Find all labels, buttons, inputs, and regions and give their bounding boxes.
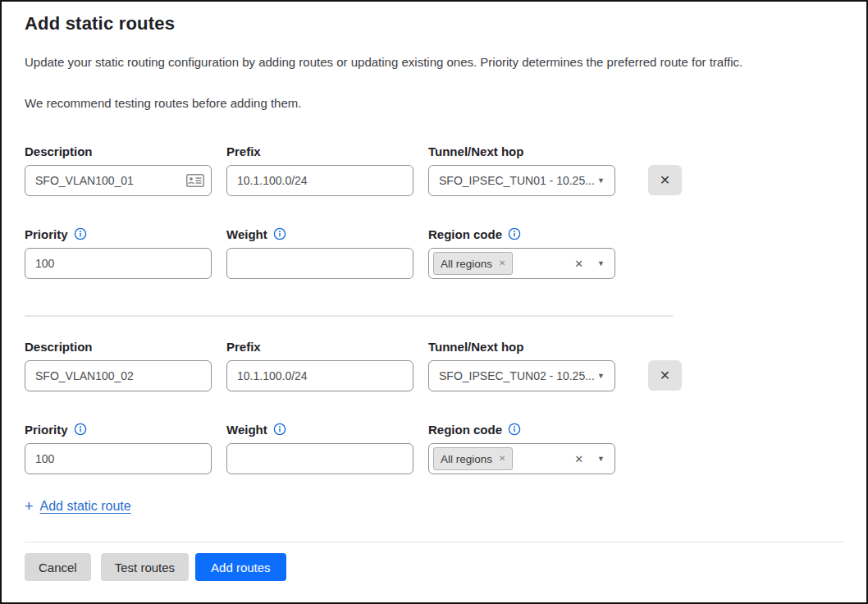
prefix-input[interactable] [226, 165, 413, 196]
section-divider [25, 315, 673, 317]
description-input[interactable] [25, 165, 212, 196]
remove-route-button[interactable]: ✕ [648, 165, 682, 195]
priority-input[interactable] [25, 443, 212, 474]
add-routes-button[interactable]: Add routes [195, 553, 286, 581]
region-code-field-2: Region code All regions ✕ [428, 421, 615, 474]
prefix-label: Prefix [226, 143, 413, 159]
weight-field-2: Weight [226, 421, 413, 474]
region-tag-chip: All regions ✕ [433, 252, 513, 275]
remove-route-button[interactable]: ✕ [648, 360, 682, 391]
region-tag-label: All regions [441, 258, 492, 270]
close-icon: ✕ [660, 368, 670, 383]
prefix-label: Prefix [226, 338, 413, 355]
recommendation-text: We recommend testing routes before addin… [25, 95, 843, 112]
region-code-multiselect[interactable]: All regions ✕ ✕ ▼ [428, 248, 615, 279]
prefix-field-2: Prefix [226, 338, 413, 391]
info-icon[interactable] [74, 423, 87, 436]
description-label: Description [25, 338, 212, 355]
plus-icon: + [25, 499, 34, 514]
info-icon[interactable] [508, 227, 521, 240]
clear-selection-icon[interactable]: ✕ [574, 454, 583, 464]
region-code-label: Region code [428, 227, 502, 241]
tunnel-selected-value: SFO_IPSEC_TUN01 - 10.25... [439, 174, 597, 187]
close-icon: ✕ [660, 172, 670, 188]
intro-text: Update your static routing configuration… [25, 54, 843, 71]
prefix-field-1: Prefix [226, 143, 413, 196]
region-tag-label: All regions [441, 453, 492, 465]
tunnel-label: Tunnel/Next hop [428, 338, 615, 355]
footer-actions: Cancel Test routes Add routes [25, 553, 843, 581]
tunnel-select[interactable]: SFO_IPSEC_TUN01 - 10.25... ▼ [428, 165, 615, 196]
contact-card-icon[interactable] [186, 174, 204, 187]
info-icon[interactable] [273, 423, 286, 436]
description-input[interactable] [25, 360, 212, 391]
test-routes-button[interactable]: Test routes [101, 553, 189, 581]
tunnel-selected-value: SFO_IPSEC_TUN02 - 10.25... [439, 369, 597, 382]
route-row-1: Description [25, 143, 843, 279]
clear-selection-icon[interactable]: ✕ [574, 259, 583, 269]
tunnel-field-1: Tunnel/Next hop SFO_IPSEC_TUN01 - 10.25.… [428, 143, 615, 196]
description-field-1: Description [25, 143, 212, 196]
region-code-field-1: Region code All regions ✕ [428, 226, 615, 279]
info-icon[interactable] [508, 423, 521, 436]
tunnel-field-2: Tunnel/Next hop SFO_IPSEC_TUN02 - 10.25.… [428, 338, 615, 391]
region-code-multiselect[interactable]: All regions ✕ ✕ ▼ [428, 443, 615, 474]
priority-field-2: Priority [25, 421, 212, 474]
info-icon[interactable] [273, 227, 286, 240]
add-static-route-label: Add static route [40, 499, 131, 514]
chevron-down-icon[interactable]: ▼ [597, 177, 605, 185]
tunnel-label: Tunnel/Next hop [428, 143, 615, 159]
route-row-2: Description Prefix Tunnel/Next hop SFO_I… [25, 338, 843, 474]
weight-input[interactable] [226, 443, 413, 474]
description-field-2: Description [25, 338, 212, 391]
weight-label: Weight [226, 423, 267, 437]
chip-remove-icon[interactable]: ✕ [499, 259, 505, 268]
description-label: Description [25, 143, 212, 159]
priority-field-1: Priority [25, 226, 212, 279]
priority-label: Priority [25, 227, 68, 241]
info-icon[interactable] [74, 227, 87, 240]
priority-input[interactable] [25, 248, 212, 279]
page-title: Add static routes [25, 13, 843, 34]
chevron-down-icon[interactable]: ▼ [597, 260, 605, 268]
chip-remove-icon[interactable]: ✕ [499, 455, 505, 463]
chevron-down-icon[interactable]: ▼ [597, 373, 605, 380]
weight-input[interactable] [226, 248, 413, 279]
cancel-button[interactable]: Cancel [25, 553, 91, 581]
tunnel-select[interactable]: SFO_IPSEC_TUN02 - 10.25... ▼ [428, 360, 615, 391]
region-tag-chip: All regions ✕ [433, 447, 513, 470]
add-static-routes-dialog: Add static routes Update your static rou… [0, 0, 868, 604]
weight-field-1: Weight [226, 226, 413, 279]
chevron-down-icon[interactable]: ▼ [597, 455, 605, 463]
prefix-input[interactable] [226, 360, 413, 391]
region-code-label: Region code [428, 423, 502, 437]
priority-label: Priority [25, 423, 68, 437]
weight-label: Weight [226, 227, 267, 241]
add-static-route-link[interactable]: + Add static route [25, 499, 131, 514]
footer-divider [25, 542, 843, 542]
